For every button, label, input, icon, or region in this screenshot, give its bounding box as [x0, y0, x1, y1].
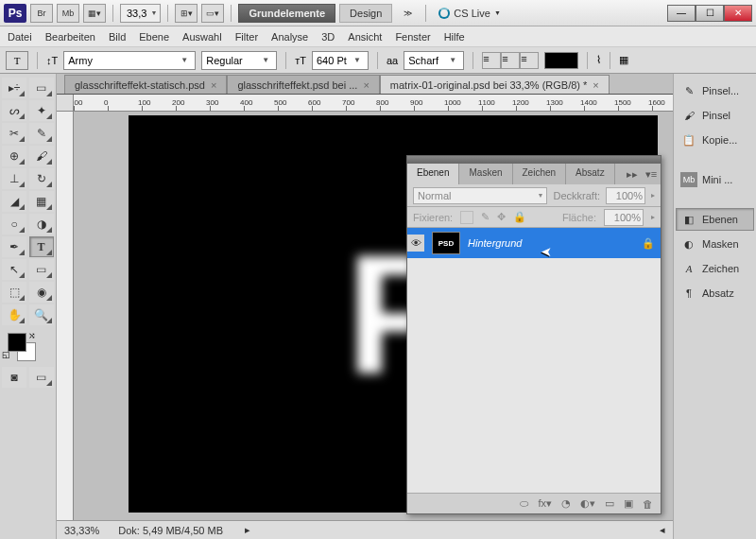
- hand-tool[interactable]: ✋: [2, 304, 26, 325]
- status-menu-icon[interactable]: ▸: [242, 524, 253, 536]
- layer-row[interactable]: 👁 PSD Hintergrund 🔒: [407, 228, 661, 258]
- shape-tool[interactable]: ▭: [29, 259, 54, 280]
- heal-tool[interactable]: ⊕: [2, 146, 26, 166]
- lock-pos-icon[interactable]: ✥: [497, 211, 506, 223]
- pen-tool[interactable]: ✒: [2, 236, 26, 257]
- status-doc[interactable]: Dok: 5,49 MB/4,50 MB: [118, 525, 223, 536]
- align-left[interactable]: ≡: [482, 52, 501, 69]
- minibridge-button[interactable]: Mb: [57, 4, 79, 23]
- rp-pinsel[interactable]: 🖌Pinsel: [676, 104, 754, 127]
- ruler-vertical[interactable]: [57, 112, 74, 520]
- rp-minibridge[interactable]: MbMini ...: [676, 168, 754, 191]
- workspace-design[interactable]: Design: [339, 4, 392, 23]
- align-right[interactable]: ≡: [520, 52, 539, 69]
- swap-colors-icon[interactable]: ⤭: [28, 331, 36, 340]
- stamp-tool[interactable]: ⊥: [2, 168, 26, 189]
- menu-fenster[interactable]: Fenster: [395, 31, 430, 43]
- menu-bearbeiten[interactable]: Bearbeiten: [45, 31, 95, 43]
- arrange-button[interactable]: ⊞▾: [175, 4, 198, 23]
- panel-tab-absatz[interactable]: Absatz: [566, 164, 615, 184]
- current-tool-icon[interactable]: T: [6, 51, 28, 70]
- cslive-button[interactable]: CS Live ▼: [438, 8, 500, 19]
- fg-color[interactable]: [8, 333, 26, 352]
- history-brush-tool[interactable]: ↻: [29, 168, 54, 189]
- adjust-icon[interactable]: ◐▾: [580, 497, 595, 510]
- lock-all-icon[interactable]: 🔒: [513, 211, 526, 223]
- window-maximize[interactable]: ☐: [696, 5, 724, 22]
- workspace-more[interactable]: ≫: [396, 4, 419, 23]
- panel-grip[interactable]: [407, 156, 661, 164]
- doc-tab-2[interactable]: matrix-01-original.psd bei 33,3% (RGB/8)…: [380, 75, 610, 94]
- layer-name[interactable]: Hintergrund: [468, 237, 634, 249]
- lasso-tool[interactable]: ᔕ: [2, 100, 26, 121]
- marquee-tool[interactable]: ▭: [29, 78, 54, 98]
- menu-datei[interactable]: Datei: [8, 31, 32, 43]
- menu-analyse[interactable]: Analyse: [271, 31, 308, 43]
- panel-tab-ebenen[interactable]: Ebenen: [407, 164, 459, 184]
- fx-icon[interactable]: fx▾: [538, 497, 552, 510]
- rp-ebenen[interactable]: ◧Ebenen: [676, 208, 754, 231]
- align-center[interactable]: ≡: [501, 52, 520, 69]
- lock-trans-icon[interactable]: [460, 211, 473, 224]
- panel-menu-icon[interactable]: ▾≡: [642, 164, 661, 184]
- 3d-tool[interactable]: ⬚: [2, 282, 26, 303]
- bridge-button[interactable]: Br: [30, 4, 53, 23]
- rp-masken[interactable]: ◐Masken: [676, 233, 754, 255]
- ruler-origin[interactable]: [57, 95, 74, 112]
- window-minimize[interactable]: —: [667, 5, 696, 22]
- menu-3d[interactable]: 3D: [321, 31, 335, 43]
- close-icon[interactable]: ×: [211, 79, 216, 91]
- fill-input[interactable]: 100%: [604, 209, 644, 226]
- color-swatches[interactable]: ⤭ ◱: [2, 331, 54, 365]
- layer-thumb[interactable]: PSD: [432, 232, 460, 254]
- scroll-left-icon[interactable]: ◂: [660, 524, 665, 536]
- workspace-grundelemente[interactable]: Grundelemente: [238, 4, 335, 23]
- menu-filter[interactable]: Filter: [235, 31, 258, 43]
- rp-kopie[interactable]: 📋Kopie...: [676, 129, 754, 151]
- rp-absatz[interactable]: ¶Absatz: [676, 282, 754, 304]
- warp-text-icon[interactable]: ⌇: [596, 54, 601, 66]
- wand-tool[interactable]: ✦: [29, 100, 54, 121]
- eraser-tool[interactable]: ◢: [2, 191, 26, 212]
- blur-tool[interactable]: ○: [2, 214, 26, 235]
- 3dcam-tool[interactable]: ◉: [29, 282, 54, 303]
- opacity-input[interactable]: 100%: [606, 187, 645, 204]
- font-style-combo[interactable]: Regular▼: [201, 51, 277, 70]
- close-icon[interactable]: ×: [593, 79, 598, 91]
- view-extras-button[interactable]: ▦▾: [83, 4, 106, 23]
- window-close[interactable]: ✕: [724, 5, 752, 22]
- close-icon[interactable]: ×: [363, 79, 369, 91]
- default-colors-icon[interactable]: ◱: [2, 350, 10, 359]
- zoom-combo[interactable]: 33,3: [120, 4, 161, 23]
- panel-tab-masken[interactable]: Masken: [459, 164, 512, 184]
- antialias-combo[interactable]: Scharf▼: [404, 51, 464, 70]
- menu-hilfe[interactable]: Hilfe: [444, 31, 465, 43]
- mask-icon[interactable]: ◔: [561, 497, 571, 510]
- blend-mode-combo[interactable]: Normal: [413, 187, 547, 204]
- text-color-swatch[interactable]: [544, 52, 578, 69]
- screenmode-tool[interactable]: ▭: [29, 367, 54, 388]
- zoom-tool[interactable]: 🔍: [29, 304, 54, 325]
- quickmask-tool[interactable]: ◙: [2, 367, 26, 388]
- doc-tab-1[interactable]: glasschrifteffekt.psd bei ...×: [227, 75, 379, 94]
- lock-pixels-icon[interactable]: ✎: [481, 211, 490, 223]
- rp-zeichen[interactable]: AZeichen: [676, 257, 754, 280]
- panel-tab-zeichen[interactable]: Zeichen: [513, 164, 567, 184]
- dodge-tool[interactable]: ◑: [29, 214, 54, 235]
- group-icon[interactable]: ▭: [605, 497, 614, 510]
- new-layer-icon[interactable]: ▣: [624, 497, 633, 510]
- layers-list[interactable]: 👁 PSD Hintergrund 🔒: [407, 228, 661, 493]
- eyedropper-tool[interactable]: ✎: [29, 123, 54, 144]
- panels-icon[interactable]: ▦: [619, 54, 628, 66]
- path-tool[interactable]: ↖: [2, 259, 26, 280]
- collapse-icon[interactable]: ▸▸: [623, 164, 642, 184]
- brush-tool[interactable]: 🖌: [29, 146, 54, 166]
- ruler-horizontal[interactable]: 1000100200300400500600700800900100011001…: [74, 95, 673, 112]
- text-orientation-icon[interactable]: ↕T: [46, 55, 58, 66]
- menu-ansicht[interactable]: Ansicht: [348, 31, 382, 43]
- menu-bild[interactable]: Bild: [109, 31, 126, 43]
- rp-pinselvorgaben[interactable]: ✎Pinsel...: [676, 79, 754, 102]
- doc-tab-0[interactable]: glasschrifteffekt-statisch.psd×: [64, 75, 227, 94]
- link-layers-icon[interactable]: ⬭: [520, 497, 528, 510]
- menu-auswahl[interactable]: Auswahl: [182, 31, 222, 43]
